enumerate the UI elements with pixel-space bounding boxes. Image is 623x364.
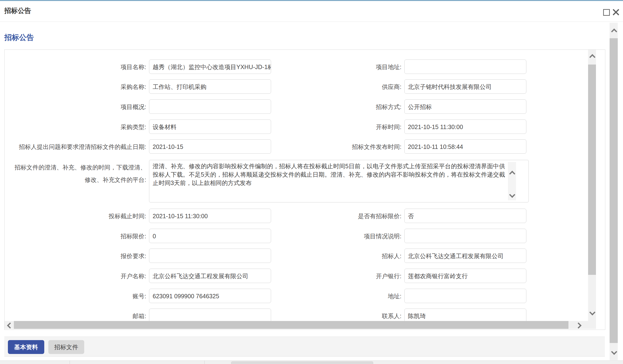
tenderer-label: 招标人: [263,249,401,263]
textarea-scroll-up-icon[interactable] [509,171,515,177]
background-divider [204,361,204,364]
panel-scroll-up-icon[interactable] [589,54,595,60]
doc-publish-time-label: 招标文件发布时间: [263,139,401,154]
supplier-input[interactable]: 北京子铭时代科技发展有限公司 [404,79,526,94]
footer-tab-bar: 基本资料 招标文件 [4,337,605,357]
form-row: 采购类型: 设备材料 开标时间: 2021-10-15 11:30:00 [4,120,604,134]
project-overview-label: 项目概况: [4,100,146,114]
doc-publish-time-input[interactable]: 2021-10-11 10:58:44 [404,139,526,154]
procurement-name-label: 采购名称: [4,79,146,94]
form-row: 账号: 623091 099900 7646325 地址: [4,289,604,303]
bid-open-time-label: 开标时间: [263,120,401,134]
bid-method-input[interactable]: 公开招标 [404,100,526,114]
maximize-icon[interactable] [603,9,610,16]
bank-input[interactable]: 莲都农商银行富岭支行 [404,269,526,283]
bid-method-label: 招标方式: [263,100,401,114]
bid-deadline-input[interactable]: 2021-10-15 11:30:00 [149,209,271,223]
clarify-platform-textarea[interactable]: 澄清、补充、修改的内容影响投标文件编制的，招标人将在投标截止时间5日前，以电子文… [149,160,529,202]
panel-scroll-right-icon[interactable] [575,323,581,328]
account-number-input[interactable]: 623091 099900 7646325 [149,289,271,303]
form-row: 投标截止时间: 2021-10-15 11:30:00 是否有招标限价: 否 [4,209,604,223]
bid-open-time-input[interactable]: 2021-10-15 11:30:00 [404,120,526,134]
clarify-platform-text: 澄清、补充、修改的内容影响投标文件编制的，招标人将在投标截止时间5日前，以电子文… [153,162,505,200]
form-row: 招标限价: 0 项目情况说明: [4,229,604,243]
bid-deadline-label: 投标截止时间: [4,209,146,223]
project-name-input[interactable]: 越秀（湖北）监控中心改造项目YXHU-JD-1标段 [149,60,271,74]
panel-scroll-left-icon[interactable] [7,323,13,328]
panel-horizontal-scrollbar[interactable] [4,321,596,329]
dialog-titlebar: 招标公告 [0,1,623,22]
project-overview-input[interactable] [149,100,271,114]
dialog-title: 招标公告 [4,6,31,15]
announcement-form-panel: 项目名称: 越秀（湖北）监控中心改造项目YXHU-JD-1标段 项目地址: 采购… [4,49,605,330]
procurement-type-input[interactable]: 设备材料 [149,120,271,134]
has-price-limit-input[interactable]: 否 [404,209,526,223]
email-input[interactable] [149,308,271,323]
account-number-label: 账号: [4,289,146,303]
account-name-input[interactable]: 北京公科飞达交通工程发展有限公司 [149,269,271,283]
address-input[interactable] [404,289,526,303]
clarify-platform-label: 招标文件的澄清、补充、修改的时间，下载澄清、 修改、补充文件的平台: [4,161,146,186]
form-row: 采购名称: 工作站、打印机采购 供应商: 北京子铭时代科技发展有限公司 [4,79,604,94]
dialog-vertical-scroll-thumb[interactable] [610,38,618,343]
form-row: 项目概况: 招标方式: 公开招标 [4,100,604,114]
panel-horizontal-scroll-thumb[interactable] [14,321,568,329]
panel-scroll-down-icon[interactable] [589,309,595,315]
procurement-name-input[interactable]: 工作站、打印机采购 [149,79,271,94]
form-row: 开户名称: 北京公科飞达交通工程发展有限公司 开户银行: 莲都农商银行富岭支行 [4,269,604,283]
form-row: 项目名称: 越秀（湖北）监控中心改造项目YXHU-JD-1标段 项目地址: [4,60,604,74]
background-page-strip [0,360,623,364]
contact-input[interactable]: 陈凯琦 [404,308,526,323]
dialog-vertical-scrollbar[interactable] [610,23,618,360]
has-price-limit-label: 是否有招标限价: [263,209,401,223]
dialog-scroll-down-icon[interactable] [611,349,617,355]
tab-basic-info[interactable]: 基本资料 [8,340,44,354]
textarea-scrollbar[interactable] [508,162,516,200]
background-divider [70,361,70,364]
panel-vertical-scroll-thumb[interactable] [588,64,596,275]
tab-bid-documents[interactable]: 招标文件 [48,340,84,354]
project-address-label: 项目地址: [263,60,401,74]
background-panel-edge [231,361,373,364]
quote-requirement-label: 报价要求: [4,249,146,263]
form-row: 报价要求: 招标人: 北京公科飞达交通工程发展有限公司 [4,249,604,263]
supplier-label: 供应商: [263,79,401,94]
project-address-input[interactable] [404,60,526,74]
price-limit-label: 招标限价: [4,229,146,243]
close-icon[interactable] [612,8,620,16]
clarify-deadline-input[interactable]: 2021-10-15 [149,139,271,154]
page-title: 招标公告 [4,33,34,42]
address-label: 地址: [263,289,401,303]
form-row: 招标人提出问题和要求澄清招标文件的截止日期: 2021-10-15 招标文件发布… [4,139,604,154]
project-note-input[interactable] [404,229,526,243]
price-limit-input[interactable]: 0 [149,229,271,243]
procurement-type-label: 采购类型: [4,120,146,134]
project-note-label: 项目情况说明: [263,229,401,243]
dialog-scroll-up-icon[interactable] [611,28,617,34]
clarify-deadline-label: 招标人提出问题和要求澄清招标文件的截止日期: [4,139,146,154]
panel-vertical-scrollbar[interactable] [588,50,596,321]
tenderer-input[interactable]: 北京公科飞达交通工程发展有限公司 [404,249,526,263]
quote-requirement-input[interactable] [149,249,271,263]
bank-label: 开户银行: [263,269,401,283]
account-name-label: 开户名称: [4,269,146,283]
project-name-label: 项目名称: [4,60,146,74]
textarea-scroll-down-icon[interactable] [509,192,515,198]
